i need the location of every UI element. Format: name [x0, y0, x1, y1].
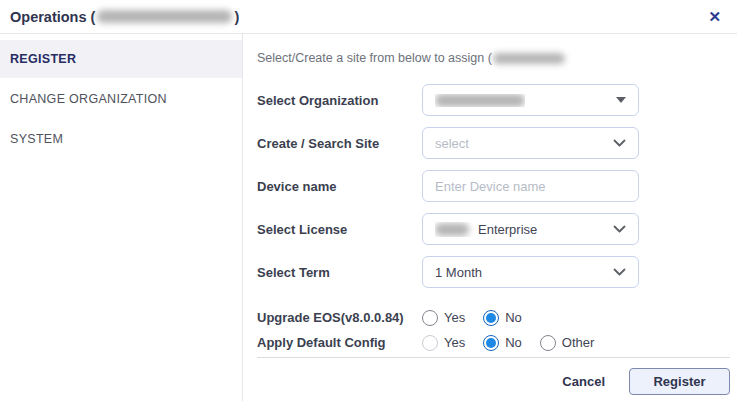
create-search-site-label: Create / Search Site — [257, 136, 422, 151]
register-button[interactable]: Register — [629, 368, 730, 395]
device-name-input[interactable] — [422, 170, 639, 202]
close-icon[interactable]: ✕ — [706, 7, 723, 26]
upgrade-eos-option-no[interactable]: No — [483, 310, 522, 326]
intro-text-prefix: Select/Create a site from below to assig… — [257, 51, 492, 65]
sidebar-item-label: REGISTER — [10, 52, 76, 66]
select-term-dropdown[interactable]: 1 Month — [422, 256, 639, 288]
row-select-term: Select Term 1 Month — [257, 256, 730, 288]
dialog-title: Operations () — [10, 9, 239, 25]
option-label: No — [505, 335, 522, 350]
term-value: 1 Month — [435, 265, 482, 280]
select-license-dropdown[interactable]: Enterprise — [422, 213, 639, 245]
sidebar-item-register[interactable]: REGISTER — [0, 40, 242, 78]
dialog-title-suffix: ) — [234, 9, 239, 25]
sidebar-item-system[interactable]: SYSTEM — [0, 120, 242, 158]
apply-default-config-radio-group: Yes No Other — [422, 335, 594, 351]
option-label: No — [505, 310, 522, 325]
intro-text: Select/Create a site from below to assig… — [257, 50, 730, 66]
dialog-body: REGISTER CHANGE ORGANIZATION SYSTEM Sele… — [0, 34, 737, 401]
upgrade-eos-option-yes[interactable]: Yes — [422, 310, 465, 326]
redacted-serial-number — [493, 53, 565, 64]
select-organization-label: Select Organization — [257, 93, 422, 108]
chevron-down-icon — [613, 139, 626, 147]
redacted-serial-number — [97, 10, 232, 23]
apply-default-config-option-no[interactable]: No — [483, 335, 522, 351]
dialog-header: Operations () ✕ — [0, 0, 737, 34]
operations-dialog: Operations () ✕ REGISTER CHANGE ORGANIZA… — [0, 0, 737, 401]
upgrade-eos-label: Upgrade EOS(v8.0.0.84) — [257, 310, 422, 325]
select-organization-dropdown[interactable] — [422, 84, 639, 116]
redacted-organization-value — [435, 94, 525, 107]
radio-unselected-icon — [540, 335, 556, 351]
create-search-site-dropdown[interactable]: select — [422, 127, 639, 159]
apply-default-config-option-other[interactable]: Other — [540, 335, 595, 351]
sidebar-item-change-organization[interactable]: CHANGE ORGANIZATION — [0, 80, 242, 118]
sidebar-item-label: SYSTEM — [10, 132, 63, 146]
site-placeholder: select — [435, 136, 469, 151]
option-label: Other — [562, 335, 595, 350]
option-label: Yes — [444, 310, 465, 325]
radio-unselected-icon — [422, 310, 438, 326]
radio-selected-icon — [483, 335, 499, 351]
select-term-label: Select Term — [257, 265, 422, 280]
row-device-name: Device name — [257, 170, 730, 202]
radio-disabled-icon — [422, 335, 438, 351]
device-name-label: Device name — [257, 179, 422, 194]
cancel-button[interactable]: Cancel — [562, 374, 605, 389]
row-select-organization: Select Organization — [257, 84, 730, 116]
chevron-down-icon — [613, 268, 626, 276]
option-label: Yes — [444, 335, 465, 350]
row-apply-default-config: Apply Default Config Yes No Other — [257, 334, 730, 351]
apply-default-config-label: Apply Default Config — [257, 335, 422, 350]
select-license-label: Select License — [257, 222, 422, 237]
chevron-down-icon — [613, 225, 626, 233]
dialog-title-prefix: Operations ( — [10, 9, 95, 25]
caret-down-icon — [616, 97, 626, 103]
upgrade-eos-radio-group: Yes No — [422, 310, 522, 326]
sidebar-item-label: CHANGE ORGANIZATION — [10, 92, 167, 106]
radio-selected-icon — [483, 310, 499, 326]
register-panel: Select/Create a site from below to assig… — [243, 34, 737, 401]
row-select-license: Select License Enterprise — [257, 213, 730, 245]
redacted-license-prefix — [435, 223, 469, 236]
apply-default-config-option-yes[interactable]: Yes — [422, 335, 465, 351]
row-create-search-site: Create / Search Site select — [257, 127, 730, 159]
sidebar: REGISTER CHANGE ORGANIZATION SYSTEM — [0, 34, 243, 401]
footer-divider — [257, 357, 730, 358]
dialog-footer: Cancel Register — [257, 368, 730, 395]
license-value: Enterprise — [478, 222, 537, 237]
row-upgrade-eos: Upgrade EOS(v8.0.0.84) Yes No — [257, 309, 730, 326]
